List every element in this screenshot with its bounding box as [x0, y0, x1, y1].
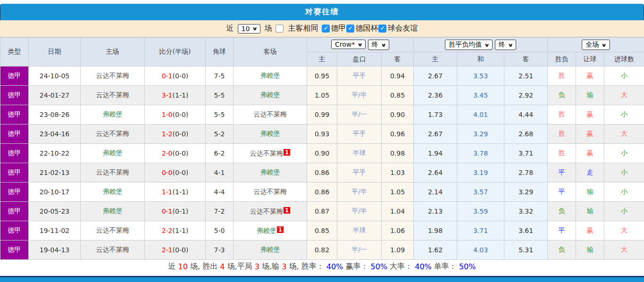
away-team-link[interactable]: 弗赖堡 [260, 130, 280, 137]
h2h-history-widget: 对赛往绩 近 10 ∨ 场 主客相同 德甲德国杯球会友谊 类型 日期 主场 比分… [0, 0, 644, 282]
league-label: 德甲 [8, 91, 21, 99]
halftime-score: (1-1) [173, 188, 189, 196]
league-checkbox-1[interactable] [346, 25, 354, 33]
table-row: 德甲23-04-16云达不莱梅1-2(0-0)5-2弗赖堡0.93平手0.962… [0, 124, 644, 144]
result-label: 小 [621, 110, 627, 118]
result-label: 胜 [559, 110, 565, 118]
avg-draw-cell: 3.19 [457, 163, 504, 182]
result-label: 赢 [587, 72, 594, 79]
home-team-cell: 弗赖堡 [81, 202, 145, 221]
avg-away-cell: 3.71 [504, 144, 548, 163]
avg-state-select[interactable]: 终 ∨ [495, 40, 516, 50]
avg-odds-value: 5.31 [519, 246, 533, 254]
match-date: 20-10-17 [40, 188, 70, 196]
halftime-score: (0-0) [173, 111, 189, 118]
away-team-link[interactable]: 弗赖堡 [260, 168, 280, 176]
avg-home-cell: 1.62 [414, 241, 457, 260]
away-team-link[interactable]: 弗赖堡 [257, 227, 276, 234]
corner-count: 4-4 [214, 188, 225, 196]
odds-home-cell: 0.86 [307, 182, 337, 202]
stats-label: 场, 胜出 [188, 262, 220, 272]
table-row: 德甲21-02-13云达不莱梅0-0(0-0)4-1弗赖堡0.86平手1.032… [0, 163, 644, 182]
home-team-link[interactable]: 云达不莱梅 [96, 91, 129, 99]
bookmaker-select[interactable]: Crow* ∨ [331, 40, 366, 49]
match-date: 23-08-26 [40, 111, 70, 118]
odds-state-select[interactable]: 终 ∨ [368, 40, 389, 50]
avg-odds-value: 4.03 [473, 246, 488, 254]
odds-value: 0.86 [315, 188, 329, 196]
home-team-link[interactable]: 云达不莱梅 [96, 130, 129, 137]
league-label: 德甲 [8, 168, 21, 176]
fulltime-score: 2-2 [162, 227, 173, 234]
goals-result-cell: 大 [604, 241, 644, 260]
result-label: 赢 [587, 226, 594, 234]
score-cell: 1-2(0-0) [145, 124, 206, 144]
halftime-score: (0-0) [173, 246, 189, 254]
date-cell: 20-05-23 [29, 202, 81, 221]
home-team-link[interactable]: 云达不莱梅 [96, 168, 129, 176]
table-row: 德甲19-04-13云达不莱梅2-1(0-0)7-3弗赖堡0.82半/一1.09… [0, 241, 644, 260]
avg-odds-value: 3.45 [473, 91, 488, 99]
same-venue-label: 主客相同 [288, 24, 318, 33]
home-team-link[interactable]: 弗赖堡 [103, 110, 123, 118]
handicap-result-cell: 赢 [576, 66, 604, 86]
avg-home-cell: 1.73 [414, 105, 457, 124]
odds-away-cell: 0.98 [382, 144, 414, 163]
home-team-link[interactable]: 弗赖堡 [103, 149, 123, 157]
league-cell: 德甲 [0, 202, 29, 221]
result-cell: 平 [548, 182, 576, 202]
odds-away-cell: 0.90 [382, 105, 414, 124]
away-team-link[interactable]: 云达不莱梅 [250, 149, 283, 157]
odds-away-cell: 1.04 [382, 202, 414, 221]
away-team-link[interactable]: 云达不莱梅 [254, 110, 287, 118]
home-team-link[interactable]: 云达不莱梅 [96, 246, 129, 253]
avg-home-cell: 2.36 [414, 86, 457, 105]
league-cell: 德甲 [0, 163, 29, 182]
league-label: 德甲 [8, 226, 21, 234]
corner-cell: 4-4 [206, 182, 234, 202]
away-team-link[interactable]: 弗赖堡 [260, 246, 280, 253]
goals-result-cell: 大 [604, 221, 644, 241]
home-team-link[interactable]: 云达不莱梅 [96, 226, 129, 234]
avg-odds-value: 3.61 [519, 227, 533, 234]
odds-value: 0.87 [315, 207, 329, 215]
home-team-link[interactable]: 弗赖堡 [103, 188, 123, 195]
home-team-link[interactable]: 云达不莱梅 [96, 72, 129, 79]
handicap-cell: 半/一 [337, 241, 382, 260]
league-checkbox-0[interactable] [322, 25, 330, 33]
away-team-link[interactable]: 弗赖堡 [260, 72, 280, 79]
away-team-link[interactable]: 弗赖堡 [260, 91, 280, 99]
home-team-link[interactable]: 弗赖堡 [103, 207, 123, 215]
league-cell: 德甲 [0, 221, 29, 241]
goals-result-cell: 小 [604, 66, 644, 86]
match-date: 20-05-23 [40, 207, 70, 215]
table-row: 德甲20-05-23弗赖堡0-1(0-1)7-2云达不莱梅10.87平/半1.0… [0, 202, 644, 221]
league-checkbox-2[interactable] [378, 25, 386, 33]
score-cell: 0-1(0-1) [145, 202, 206, 221]
match-date: 24-10-05 [40, 72, 70, 80]
avg-odds-select[interactable]: 胜平负均值 ∨ [445, 40, 493, 50]
table-row: 德甲23-08-26弗赖堡1-0(0-0)5-5云达不莱梅0.99半/一0.90… [0, 105, 644, 124]
stats-label: 场,输 [259, 262, 282, 272]
col-header-home: 主场 [81, 38, 145, 66]
result-label: 平 [559, 226, 565, 234]
handicap-value: 半球 [353, 226, 366, 234]
odds-home-cell: 0.90 [307, 144, 337, 163]
handicap-result-cell: 走 [576, 163, 604, 182]
away-team-link[interactable]: 云达不莱梅 [254, 188, 287, 195]
goals-result-cell: 小 [604, 144, 644, 163]
match-count-select[interactable]: 10 ∨ [238, 24, 261, 33]
goals-result-cell: 小 [604, 202, 644, 221]
date-cell: 19-11-02 [29, 221, 81, 241]
home-team-cell: 云达不莱梅 [81, 66, 145, 86]
result-label: 小 [621, 149, 627, 157]
away-team-link[interactable]: 云达不莱梅 [250, 207, 283, 215]
avg-select-group: 胜平负均值 ∨ 终 ∨ [414, 38, 548, 52]
col-header-goals-result: 进球数 [604, 52, 644, 66]
stats-value: 40% [415, 262, 432, 271]
same-venue-checkbox[interactable] [276, 25, 284, 33]
handicap-result-cell: 输 [576, 86, 604, 105]
scope-select[interactable]: 全场 ∨ [582, 40, 610, 50]
filter-bar: 近 10 ∨ 场 主客相同 德甲德国杯球会友谊 [0, 20, 644, 37]
table-row: 德甲22-10-22弗赖堡2-0(0-0)6-2云达不莱梅10.90半球0.98… [0, 144, 644, 163]
